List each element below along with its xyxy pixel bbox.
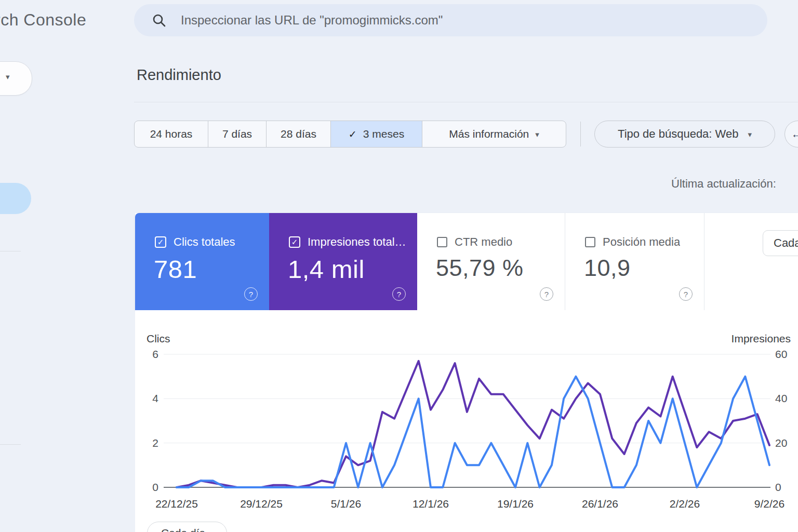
range-button-label: 7 días	[222, 128, 252, 140]
right-axis-tick: 20	[775, 437, 787, 449]
left-axis-tick: 4	[152, 392, 158, 404]
x-axis-tick: 5/1/26	[331, 498, 361, 510]
search-console-logo-partial: rch Console	[0, 10, 86, 30]
chevron-down-icon: ▾	[748, 130, 752, 138]
help-icon[interactable]: ?	[540, 287, 553, 301]
left-axis-tick: 2	[152, 437, 158, 449]
granularity-label: Cada día	[161, 527, 205, 532]
search-bar[interactable]	[134, 4, 767, 36]
range-button-label: 28 días	[281, 128, 316, 140]
date-range-filter-group: 24 horas7 días28 días✓3 mesesMás informa…	[134, 121, 566, 148]
search-type-button[interactable]: Tipo de búsqueda: Web ▾	[594, 121, 775, 148]
checkbox-checked-icon[interactable]: ✓	[289, 236, 300, 248]
partial-button-icon: ←	[791, 128, 798, 140]
chevron-down-icon: ▾	[6, 73, 10, 81]
metric-label: Impresiones total…	[308, 235, 406, 249]
metric-card-clics-totales[interactable]: ✓Clics totales781?	[135, 213, 269, 310]
metric-label: Posición media	[603, 235, 680, 249]
sidebar-divider	[0, 251, 21, 251]
x-axis-tick: 19/1/26	[497, 498, 534, 510]
left-axis-tick: 6	[152, 348, 158, 360]
chevron-down-icon: ▾	[535, 130, 539, 138]
left-axis-title: Clics	[147, 332, 170, 344]
header-divider	[134, 102, 798, 102]
cada-button-label: Cada	[774, 236, 798, 250]
right-axis-tick: 60	[775, 348, 787, 360]
right-axis-tick: 0	[775, 481, 781, 493]
checkbox-checked-icon[interactable]: ✓	[155, 236, 166, 248]
new-filter-button-partial[interactable]: ←	[784, 121, 798, 148]
search-type-label: Tipo de búsqueda: Web	[618, 127, 738, 141]
metric-label: Clics totales	[174, 235, 235, 249]
search-icon	[152, 13, 166, 28]
metric-card-impresiones-totales[interactable]: ✓Impresiones total…1,4 mil?	[269, 213, 417, 310]
property-selector[interactable]: ▾	[0, 61, 32, 96]
check-icon: ✓	[349, 128, 357, 140]
metric-card-header: CTR medio	[437, 235, 512, 249]
range-button-28-dias[interactable]: 28 días	[267, 121, 331, 147]
toolbar-divider	[580, 122, 581, 147]
metric-value: 1,4 mil	[288, 255, 365, 284]
x-axis-tick: 22/12/25	[155, 498, 198, 510]
metrics-strip: Cada ✓Clics totales781?✓Impresiones tota…	[135, 213, 798, 311]
cada-button-partial[interactable]: Cada	[763, 230, 798, 256]
help-icon[interactable]: ?	[392, 287, 406, 301]
x-axis-tick: 29/12/25	[240, 498, 283, 510]
range-button-mas-informacion[interactable]: Más información▾	[422, 121, 566, 147]
metric-card-header: Posición media	[585, 235, 680, 249]
sidebar-selected-item-partial[interactable]	[0, 183, 31, 214]
x-axis-tick: 12/1/26	[413, 498, 449, 510]
help-icon[interactable]: ?	[244, 287, 258, 301]
metric-card-header: ✓Impresiones total…	[289, 235, 406, 249]
left-axis-tick: 0	[152, 481, 158, 493]
performance-chart-panel: ClicsImpresiones6420604020022/12/2529/12…	[135, 310, 798, 532]
checkbox-unchecked-icon[interactable]	[437, 237, 447, 247]
metric-card-posicion-media[interactable]: Posición media10,9?	[565, 213, 704, 310]
help-icon[interactable]: ?	[679, 287, 693, 301]
metric-value: 55,79 %	[436, 255, 524, 282]
search-console-performance-screen: rch Console ▾ Rendimiento 24 horas7 días…	[0, 0, 798, 532]
chevron-down-icon: ▾	[217, 529, 221, 532]
sidebar-divider	[0, 444, 21, 445]
metric-card-header: ✓Clics totales	[155, 235, 235, 249]
range-button-label: 24 horas	[150, 128, 193, 140]
granularity-button[interactable]: Cada día ▾	[147, 522, 227, 532]
metric-value: 10,9	[584, 255, 631, 282]
metric-label: CTR medio	[455, 235, 512, 249]
metric-card-ctr-medio[interactable]: CTR medio55,79 %?	[417, 213, 565, 310]
range-button-3-meses[interactable]: ✓3 meses	[331, 121, 422, 147]
x-axis-tick: 9/2/26	[754, 498, 784, 510]
checkbox-unchecked-icon[interactable]	[585, 237, 595, 247]
last-update-label: Última actualización:	[671, 177, 776, 191]
performance-chart: ClicsImpresiones6420604020022/12/2529/12…	[135, 310, 798, 532]
page-title: Rendimiento	[137, 66, 221, 84]
right-axis-tick: 40	[775, 392, 787, 404]
metric-value: 781	[154, 255, 197, 284]
x-axis-tick: 26/1/26	[582, 498, 618, 510]
right-axis-title: Impresiones	[732, 332, 791, 344]
range-button-label: 3 meses	[363, 128, 404, 140]
range-button-label: Más información	[449, 128, 529, 140]
x-axis-tick: 2/2/26	[670, 498, 700, 510]
url-inspection-input[interactable]	[180, 12, 701, 28]
range-button-7-dias[interactable]: 7 días	[208, 121, 267, 147]
range-button-24-horas[interactable]: 24 horas	[135, 121, 208, 147]
